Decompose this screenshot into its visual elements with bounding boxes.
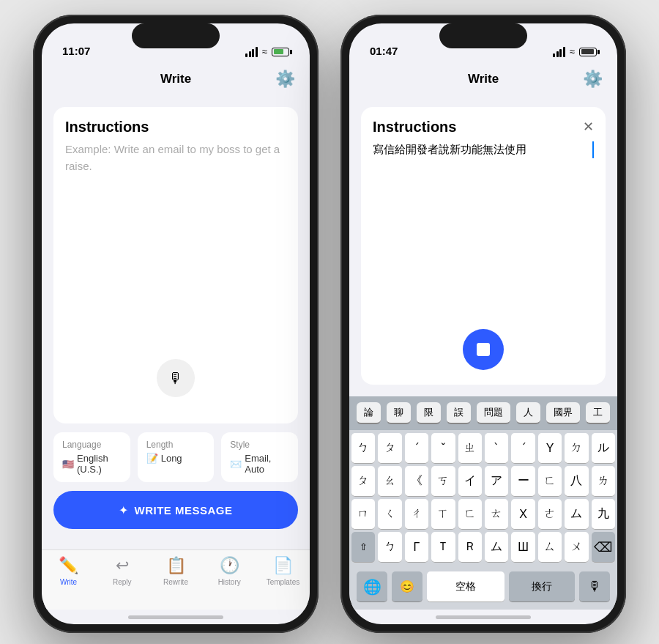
key-oo[interactable]: ㄨ bbox=[565, 532, 588, 563]
emoji-key[interactable]: 😊 bbox=[392, 571, 422, 602]
tab-write[interactable]: ✏️ Write bbox=[42, 556, 95, 586]
tab-templates[interactable]: 📄 Templates bbox=[256, 556, 310, 586]
write-button-label: WRITE MESSAGE bbox=[134, 504, 232, 517]
mic-button-1[interactable]: 🎙 bbox=[157, 359, 195, 397]
write-tab-icon: ✏️ bbox=[59, 556, 78, 575]
language-card[interactable]: Language 🇺🇸 English (U.S.) bbox=[53, 432, 130, 482]
return-key[interactable]: 換行 bbox=[509, 571, 575, 602]
home-indicator-2 bbox=[349, 610, 617, 624]
key-mu2[interactable]: ム bbox=[485, 532, 508, 563]
delete-key[interactable]: ⌫ bbox=[592, 532, 615, 563]
gear-icon-2[interactable]: ⚙️ bbox=[583, 70, 603, 89]
key-f2[interactable]: ㄈ bbox=[458, 499, 482, 530]
toolbar-key-3[interactable]: 誤 bbox=[447, 402, 471, 424]
instructions-placeholder-1[interactable]: Example: Write an email to my boss to ge… bbox=[65, 141, 286, 174]
toolbar-key-1[interactable]: 聊 bbox=[387, 402, 411, 424]
toolbar-key-7[interactable]: 工 bbox=[586, 402, 610, 424]
key-d[interactable]: ㄉ bbox=[565, 433, 588, 464]
toolbar-key-2[interactable]: 限 bbox=[417, 402, 441, 424]
toolbar-key-4[interactable]: 問題 bbox=[477, 402, 510, 424]
dynamic-island-1 bbox=[132, 23, 220, 48]
nav-title-1: Write bbox=[160, 72, 191, 86]
key-q[interactable]: ㄑ bbox=[378, 499, 401, 530]
key-sh[interactable]: ㄒ bbox=[431, 499, 455, 530]
write-message-button[interactable]: ✦ WRITE MESSAGE bbox=[53, 491, 298, 529]
instructions-input-2[interactable]: 寫信給開發者說新功能無法使用 bbox=[373, 141, 594, 158]
key-tone4[interactable]: ˋ bbox=[485, 433, 508, 464]
key-l[interactable]: ㄌ bbox=[592, 466, 615, 497]
style-label: Style bbox=[230, 440, 289, 450]
length-label: Length bbox=[146, 440, 206, 450]
key-ke[interactable]: ㄎ bbox=[431, 466, 455, 497]
dynamic-island-2 bbox=[439, 23, 527, 48]
main-content-1: Instructions Example: Write an email to … bbox=[42, 95, 310, 549]
style-card[interactable]: Style ✉️ Email, Auto bbox=[221, 432, 298, 482]
key-jh[interactable]: ㄓ bbox=[458, 433, 482, 464]
key-s[interactable]: ㄙ bbox=[538, 532, 562, 563]
reply-tab-label: Reply bbox=[113, 578, 132, 586]
battery-icon-1 bbox=[272, 48, 289, 56]
flag-icon: 🇺🇸 bbox=[62, 459, 74, 470]
write-tab-label: Write bbox=[60, 578, 77, 586]
key-x[interactable]: X bbox=[511, 499, 535, 530]
key-t[interactable]: ㄊ bbox=[485, 499, 508, 530]
toolbar-key-0[interactable]: 論 bbox=[357, 402, 381, 424]
length-card[interactable]: Length 📝 Long bbox=[138, 432, 215, 482]
reply-tab-icon: ↩ bbox=[116, 556, 129, 575]
key-e[interactable]: ㄜ bbox=[538, 499, 562, 530]
length-value: 📝 Long bbox=[146, 453, 206, 464]
key-ng[interactable]: ㄅ bbox=[378, 532, 401, 563]
globe-key[interactable]: 🌐 bbox=[357, 571, 387, 602]
tab-rewrite[interactable]: 📋 Rewrite bbox=[149, 556, 202, 586]
key-sh2[interactable]: Ш bbox=[511, 532, 535, 563]
key-bo[interactable]: ㄅ bbox=[351, 433, 375, 464]
key-mu[interactable]: ム bbox=[565, 499, 588, 530]
instructions-card-2: Instructions ✕ 寫信給開發者說新功能無法使用 bbox=[361, 107, 606, 385]
status-icons-1: ≈ bbox=[245, 46, 289, 57]
key-R[interactable]: Ｒ bbox=[458, 532, 482, 563]
instructions-card-1: Instructions Example: Write an email to … bbox=[53, 107, 298, 423]
key-nine[interactable]: 九 bbox=[592, 499, 615, 530]
stop-button[interactable] bbox=[463, 329, 504, 370]
key-dash[interactable]: ー bbox=[511, 466, 535, 497]
key-T[interactable]: Ｔ bbox=[431, 532, 455, 563]
stop-button-container bbox=[463, 329, 504, 370]
space-key[interactable]: 空格 bbox=[427, 571, 505, 602]
toolbar-key-5[interactable]: 人 bbox=[516, 402, 540, 424]
tab-history[interactable]: 🕐 History bbox=[203, 556, 256, 586]
key-row-3: ㄇ ㄑ ㄔ ㄒ ㄈ ㄊ X ㄜ ム 九 bbox=[351, 499, 615, 530]
key-m[interactable]: ㄇ bbox=[351, 499, 375, 530]
length-emoji-icon: 📝 bbox=[146, 453, 158, 464]
gear-icon-1[interactable]: ⚙️ bbox=[275, 70, 295, 89]
key-tone3[interactable]: ˇ bbox=[431, 433, 455, 464]
wifi-icon-2: ≈ bbox=[570, 46, 575, 57]
tab-reply[interactable]: ↩ Reply bbox=[95, 556, 149, 586]
key-gamma[interactable]: Γ bbox=[405, 532, 428, 563]
key-ru[interactable]: ル bbox=[592, 433, 615, 464]
keyboard-rows: ㄅ ㄆ ˊ ˇ ㄓ ˋ ˊ Y ㄉ ル ㄆ ㄠ 《 ㄎ イ ア bbox=[349, 430, 617, 567]
key-a[interactable]: Y bbox=[538, 433, 562, 464]
key-i[interactable]: イ bbox=[458, 466, 482, 497]
key-eight[interactable]: 八 bbox=[565, 466, 588, 497]
close-icon[interactable]: ✕ bbox=[583, 119, 594, 135]
key-ch[interactable]: ㄔ bbox=[405, 499, 428, 530]
nav-bar-1: Write ⚙️ bbox=[42, 63, 310, 95]
key-dquote[interactable]: 《 bbox=[405, 466, 428, 497]
key-ah[interactable]: ア bbox=[485, 466, 508, 497]
key-tone2b[interactable]: ˊ bbox=[511, 433, 535, 464]
key-ts[interactable]: ㄆ bbox=[351, 466, 375, 497]
main-content-2: Instructions ✕ 寫信給開發者說新功能無法使用 bbox=[349, 95, 617, 396]
mic-key-2[interactable]: 🎙 bbox=[579, 571, 610, 602]
key-tone2[interactable]: ˊ bbox=[405, 433, 428, 464]
home-bar-1 bbox=[128, 615, 223, 619]
key-po[interactable]: ㄆ bbox=[378, 433, 401, 464]
key-f[interactable]: ㄈ bbox=[538, 466, 562, 497]
toolbar-collapse-icon[interactable]: ⌄ bbox=[616, 402, 617, 424]
battery-fill-2 bbox=[581, 49, 594, 54]
key-shift[interactable]: ⇧ bbox=[351, 532, 375, 563]
language-value: 🇺🇸 English (U.S.) bbox=[62, 453, 122, 475]
toolbar-key-6[interactable]: 國界 bbox=[546, 402, 580, 424]
key-row-2: ㄆ ㄠ 《 ㄎ イ ア ー ㄈ 八 ㄌ bbox=[351, 466, 615, 497]
signal-icon-2 bbox=[553, 47, 565, 57]
key-ou[interactable]: ㄠ bbox=[378, 466, 401, 497]
